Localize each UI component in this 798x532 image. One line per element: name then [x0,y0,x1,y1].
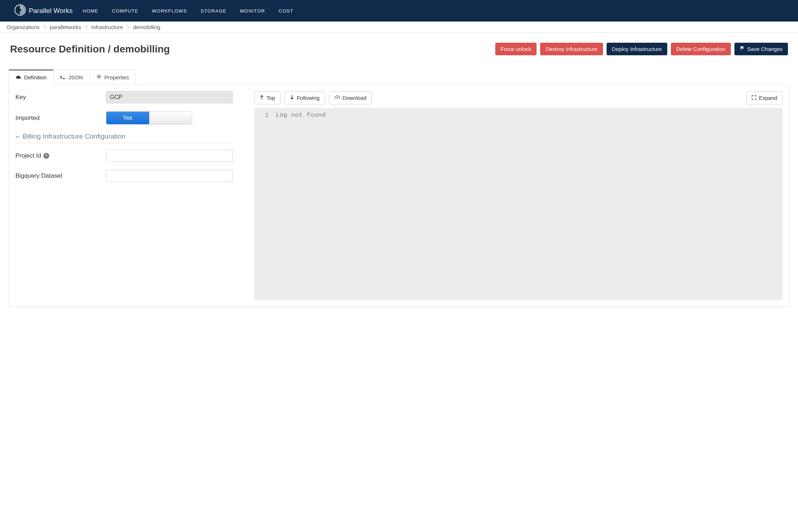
tab-properties[interactable]: Properties [89,70,136,85]
chevron-right-icon [85,24,88,29]
force-unlock-button[interactable]: Force unlock [495,43,537,55]
top-nav: Parallel Works HOME COMPUTE WORKFLOWS ST… [0,0,798,22]
log-download-label: Download [343,95,367,101]
delete-configuration-button[interactable]: Delete Configuration [671,43,731,55]
brand-logo[interactable]: Parallel Works [14,4,73,18]
cloud-icon [15,74,21,80]
log-viewer[interactable]: 1 Log not found [254,108,783,300]
page-title: Resource Definition / demobilling [10,43,170,55]
tab-json[interactable]: JSON [53,70,90,85]
log-top-label: Top [266,95,275,101]
nav-monitor[interactable]: MONITOR [240,8,265,14]
bigquery-label: Bigquery Dataset [15,172,106,179]
log-expand-label: Expand [759,95,777,101]
log-line-text: Log not found [276,112,326,118]
breadcrumb-organizations[interactable]: Organizations [6,24,40,30]
form-row-imported: Imported Yes [15,111,233,125]
imported-toggle-no[interactable] [149,112,192,124]
breadcrumb: Organizations parallelworks Infrastructu… [0,22,798,33]
billing-config-title: Billing Infrastructure Configuration [23,132,125,140]
help-icon[interactable]: ? [43,153,49,159]
arrow-up-icon [260,95,264,101]
project-id-label: Project Id ? [15,152,106,159]
nav-compute[interactable]: COMPUTE [112,8,138,14]
save-changes-button[interactable]: Save Changes [734,43,788,55]
key-label: Key [15,94,106,101]
cloud-download-icon [334,95,340,101]
log-toolbar: Top Following Download Expand [254,91,783,104]
tabs: Definition JSON Properties [9,70,789,85]
log-following-button[interactable]: Following [284,91,325,104]
log-line-number: 1 [254,112,276,118]
bigquery-dataset-input[interactable] [106,170,233,182]
breadcrumb-infrastructure[interactable]: Infrastructure [91,24,123,30]
imported-toggle[interactable]: Yes [106,111,192,125]
project-id-input[interactable] [106,150,233,162]
brand-name: Parallel Works [29,7,73,15]
tab-properties-label: Properties [105,74,129,80]
tab-json-label: JSON [69,74,83,80]
nav-workflows[interactable]: WORKFLOWS [152,8,187,14]
page-header: Resource Definition / demobilling Force … [0,33,798,55]
form-row-bigquery: Bigquery Dataset [15,170,233,182]
flag-icon [740,46,745,52]
gear-icon [96,74,102,80]
tab-definition-label: Definition [24,74,47,80]
chevron-down-icon [15,132,20,140]
destroy-infrastructure-button[interactable]: Destroy Infrastructure [540,43,603,55]
nav-items: HOME COMPUTE WORKFLOWS STORAGE MONITOR C… [83,8,293,14]
logo-icon [14,4,26,18]
nav-storage[interactable]: STORAGE [201,8,227,14]
chevron-right-icon [43,24,46,29]
imported-label: Imported [15,115,106,122]
imported-toggle-yes[interactable]: Yes [106,112,149,124]
definition-form: Key Imported Yes Billing Infrastructure … [15,91,233,300]
log-following-label: Following [297,95,319,101]
log-line: 1 Log not found [254,112,783,118]
tab-area: Definition JSON Properties Key Imported … [9,70,789,307]
log-expand-button[interactable]: Expand [746,91,783,104]
terminal-icon [60,74,66,80]
billing-config-section-header[interactable]: Billing Infrastructure Configuration [15,132,233,143]
tab-content: Key Imported Yes Billing Infrastructure … [9,84,789,307]
action-buttons: Force unlock Destroy Infrastructure Depl… [495,43,788,55]
nav-cost[interactable]: COST [279,8,293,14]
deploy-infrastructure-button[interactable]: Deploy Infrastructure [607,43,667,55]
breadcrumb-resource[interactable]: demobilling [133,24,160,30]
form-row-project-id: Project Id ? [15,150,233,162]
key-input [106,91,233,103]
chevron-right-icon [126,24,129,29]
tab-definition[interactable]: Definition [9,70,54,85]
save-changes-label: Save Changes [747,46,783,52]
project-id-label-text: Project Id [15,152,41,159]
breadcrumb-org-name[interactable]: parallelworks [50,24,82,30]
expand-icon [752,95,756,101]
log-download-button[interactable]: Download [329,91,372,104]
arrow-down-icon [290,95,294,101]
log-top-button[interactable]: Top [254,91,280,104]
svg-point-1 [98,76,100,78]
log-panel: Top Following Download Expand 1 [254,91,783,300]
form-row-key: Key [15,91,233,103]
nav-home[interactable]: HOME [83,8,98,14]
